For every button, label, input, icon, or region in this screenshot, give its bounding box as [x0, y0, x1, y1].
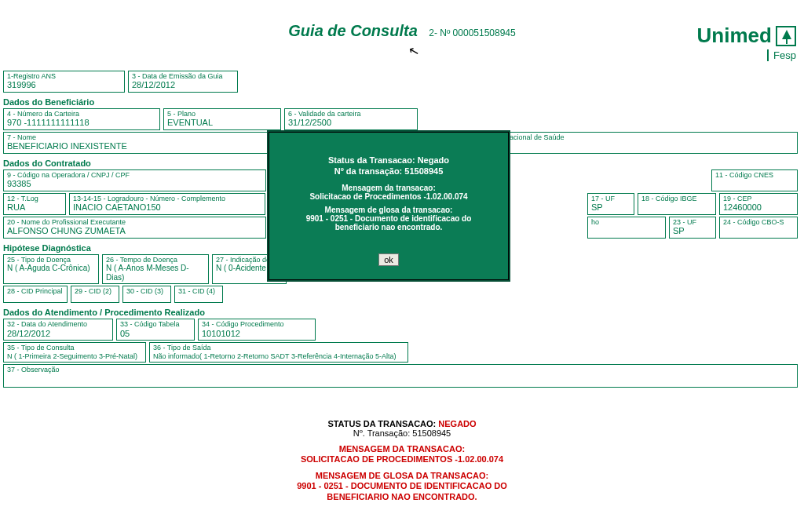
page-title-row: Guia de Consulta 2- Nº 000051508945: [0, 22, 804, 40]
field-codigo-operadora: 9 - Código na Operadora / CNPJ / CPF 933…: [3, 169, 266, 191]
modal-msg1-header: Mensagem da transacao:: [275, 184, 502, 192]
field-data-emissao: 3 - Data de Emissão da Guia 28/12/2012: [128, 71, 238, 93]
brand-name: Unimed: [697, 24, 772, 48]
field-logradouro: 13-14-15 - Logradouro - Número - Complem…: [69, 193, 265, 215]
field-codigo-tabela: 33 - Código Tabela 05: [116, 319, 195, 341]
field-codigo-procedimento: 34 - Código Procedimento 10101012: [198, 319, 316, 341]
ok-button[interactable]: ok: [378, 253, 399, 266]
modal-msg2-text1: 9901 - 0251 - Documento de identificacao…: [275, 214, 502, 223]
field-tempo-doenca: 26 - Tempo de Doença N ( A-Anos M-Meses …: [102, 254, 209, 284]
field-cid-principal: 28 - CID Principal: [3, 286, 68, 303]
field-plano: 5 - Plano EVENTUAL: [163, 108, 281, 130]
status-modal: Status da Transacao: Negado Nº da transa…: [267, 130, 510, 282]
field-cep: 19 - CEP 12460000: [719, 193, 798, 215]
field-observacao: 37 - Observação: [3, 364, 798, 388]
field-cid-4: 31 - CID (4): [174, 286, 223, 303]
field-cid-3: 30 - CID (3): [122, 286, 171, 303]
modal-msg2-header: Mensagem de glosa da transacao:: [275, 206, 502, 214]
field-validade-carteira: 6 - Validade da carteira 31/12/2500: [284, 108, 418, 130]
modal-subtitle: Nº da transação: 51508945: [275, 166, 502, 176]
section-beneficiario: Dados do Beneficiário: [3, 97, 801, 107]
field-22-partial: ho: [587, 217, 666, 239]
field-registro-ans: 1-Registro ANS 319996: [3, 71, 125, 93]
status-label: STATUS DA TRANSACAO:: [327, 419, 438, 428]
brand-logo: Unimed Fesp: [697, 24, 796, 61]
tree-icon: [776, 26, 796, 46]
modal-title: Status da Transacao: Negado: [275, 155, 502, 165]
field-data-atendimento: 32 - Data do Atendimento 28/12/2012: [3, 319, 113, 341]
section-atendimento: Dados do Atendimento / Procedimento Real…: [3, 308, 801, 317]
footer-msg-1: MENSAGEM DA TRANSACAO: SOLICITACAO DE PR…: [0, 444, 804, 465]
field-uf-23: 23 - UF SP: [669, 217, 716, 239]
modal-msg2-text2: beneficiario nao encontrado.: [275, 223, 502, 231]
field-uf-17: 17 - UF SP: [587, 193, 634, 215]
cursor-icon: ↖: [407, 43, 420, 60]
field-tlog: 12 - T.Log RUA: [3, 193, 66, 215]
footer-status-block: STATUS DA TRANSACAO: NEGADO Nº. Transaçã…: [0, 419, 804, 502]
page-title: Guia de Consulta: [288, 22, 417, 39]
field-codigo-cbos: 24 - Código CBO-S: [719, 217, 798, 239]
field-codigo-ibge: 18 - Código IBGE: [638, 193, 716, 215]
field-cid-2: 29 - CID (2): [71, 286, 119, 303]
field-codigo-cnes: 11 - Código CNES: [711, 169, 798, 191]
field-tipo-doenca: 25 - Tipo de Doença N ( A-Aguda C-Crônic…: [3, 254, 99, 284]
field-tipo-saida: 36 - Tipo de Saída Não informado( 1-Reto…: [149, 342, 408, 363]
guide-number: 000051508945: [453, 27, 516, 38]
modal-msg1-text: Solicitacao de Procedimentos -1.02.00.07…: [275, 192, 502, 201]
brand-subtitle: Fesp: [767, 49, 796, 61]
field-num-carteira: 4 - Número da Carteira 970 -111111111111…: [3, 108, 160, 130]
footer-msg-2: MENSAGEM DE GLOSA DA TRANSACAO: 9901 - 0…: [0, 471, 804, 502]
field-tipo-consulta: 35 - Tipo de Consulta N ( 1-Primeira 2-S…: [3, 342, 146, 363]
transaction-number: Nº. Transação: 51508945: [0, 428, 804, 438]
guide-number-prefix: 2- Nº: [429, 27, 452, 38]
status-value: NEGADO: [438, 419, 476, 428]
field-nome-profissional: 20 - Nome do Profissional Executante ALF…: [3, 217, 266, 239]
page-header: Unimed Fesp Guia de Consulta 2- Nº 00005…: [0, 22, 804, 69]
